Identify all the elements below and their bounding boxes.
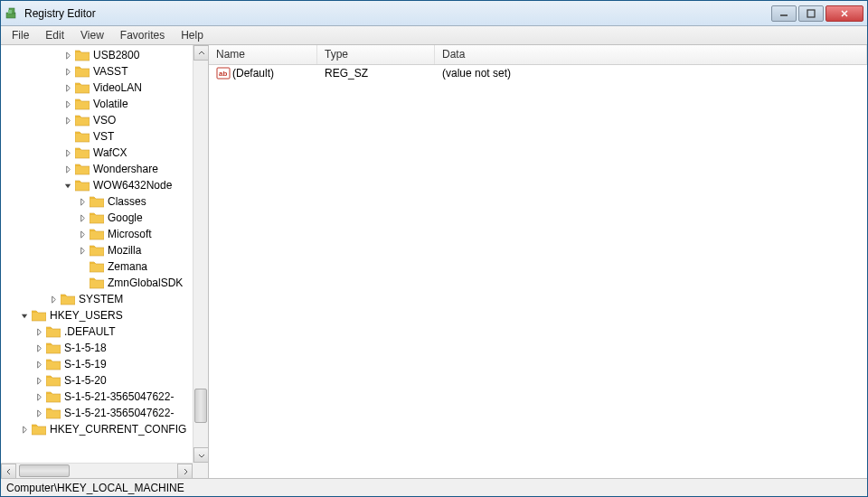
tree-node[interactable]: ZmnGlobalSDK [1, 275, 193, 291]
tree-node[interactable]: VST [1, 128, 193, 145]
tree-node-label: HKEY_CURRENT_CONFIG [50, 423, 186, 436]
statusbar: Computer\HKEY_LOCAL_MACHINE [1, 478, 867, 496]
tree-node-label: VST [93, 130, 114, 143]
folder-icon [46, 342, 61, 354]
tree-vertical-scrollbar[interactable] [193, 45, 208, 463]
expand-icon[interactable] [48, 294, 59, 305]
window-title: Registry Editor [24, 7, 771, 20]
tree-node[interactable]: VideoLAN [1, 80, 193, 96]
scroll-down-button[interactable] [193, 447, 208, 463]
expand-icon[interactable] [33, 342, 44, 353]
values-list[interactable]: (Default)REG_SZ(value not set) [209, 65, 867, 478]
tree-node[interactable]: WafCX [1, 145, 193, 161]
maximize-button[interactable] [798, 5, 824, 22]
menubar: File Edit View Favorites Help [1, 26, 867, 45]
collapse-icon[interactable] [19, 310, 30, 321]
tree-node[interactable]: HKEY_CURRENT_CONFIG [1, 421, 193, 437]
menu-view[interactable]: View [73, 27, 111, 43]
scrollbar-thumb[interactable] [194, 389, 207, 423]
tree-node-label: Volatile [93, 98, 128, 110]
expand-icon[interactable] [33, 391, 44, 402]
expand-icon[interactable] [33, 326, 44, 337]
tree-node[interactable]: Mozilla [1, 242, 193, 258]
titlebar[interactable]: Registry Editor [1, 1, 867, 26]
expand-icon[interactable] [77, 245, 88, 256]
tree-node[interactable]: Classes [1, 193, 193, 210]
folder-icon [46, 325, 61, 338]
tree-node[interactable]: Google [1, 210, 193, 226]
column-header-type[interactable]: Type [317, 45, 435, 64]
tree-node[interactable]: .DEFAULT [1, 324, 193, 340]
folder-icon [46, 390, 61, 403]
tree-node[interactable]: S-1-5-19 [1, 356, 193, 372]
value-type: REG_SZ [317, 67, 435, 80]
tree-horizontal-scrollbar[interactable] [1, 463, 193, 478]
expand-icon[interactable] [62, 50, 73, 61]
expand-icon[interactable] [33, 359, 44, 370]
folder-icon [75, 49, 90, 61]
expand-icon[interactable] [62, 98, 73, 109]
tree-node[interactable]: Wondershare [1, 161, 193, 177]
expand-icon[interactable] [19, 424, 30, 435]
tree-node[interactable]: WOW6432Node [1, 177, 193, 193]
expand-icon[interactable] [62, 115, 73, 126]
expand-icon[interactable] [62, 164, 73, 174]
tree-node-label: S-1-5-20 [64, 374, 107, 387]
column-header-data[interactable]: Data [435, 45, 867, 64]
tree-node[interactable]: HKEY_USERS [1, 307, 193, 324]
tree-node[interactable]: Zemana [1, 258, 193, 275]
minimize-button[interactable] [771, 5, 797, 22]
expand-icon[interactable] [33, 408, 44, 418]
registry-editor-window: Registry Editor File Edit View Favorites… [0, 0, 868, 497]
expand-icon[interactable] [77, 212, 88, 223]
expand-icon[interactable] [62, 82, 73, 93]
tree-node[interactable]: S-1-5-21-3565047622- [1, 405, 193, 421]
menu-edit[interactable]: Edit [38, 27, 71, 43]
scrollbar-thumb[interactable] [19, 464, 70, 477]
no-expand [77, 277, 88, 288]
scroll-up-button[interactable] [193, 45, 208, 61]
expand-icon[interactable] [77, 196, 88, 207]
folder-icon [75, 114, 90, 127]
expand-icon[interactable] [62, 66, 73, 77]
folder-icon [46, 374, 61, 387]
tree-node[interactable]: SYSTEM [1, 291, 193, 307]
folder-icon [61, 293, 75, 305]
scroll-right-button[interactable] [177, 464, 193, 478]
folder-icon [90, 211, 104, 224]
scroll-corner [193, 463, 208, 478]
folder-icon [46, 407, 61, 419]
column-header-name[interactable]: Name [209, 45, 317, 64]
tree-node-label: WOW6432Node [93, 179, 172, 192]
no-expand [62, 131, 73, 142]
tree-node-label: Google [108, 211, 143, 224]
folder-icon [32, 309, 46, 322]
tree-node[interactable]: VSO [1, 112, 193, 128]
menu-file[interactable]: File [5, 27, 36, 43]
expand-icon[interactable] [62, 147, 73, 158]
expand-icon[interactable] [77, 229, 88, 239]
close-button[interactable] [826, 5, 863, 22]
tree-node[interactable]: Volatile [1, 96, 193, 112]
value-row[interactable]: (Default)REG_SZ(value not set) [209, 65, 867, 81]
main-content: USB2800VASSTVideoLANVolatileVSOVSTWafCXW… [1, 45, 867, 478]
tree-node-label: S-1-5-21-3565047622- [64, 407, 174, 419]
expand-icon[interactable] [33, 375, 44, 386]
tree-node[interactable]: VASST [1, 63, 193, 80]
tree-node-label: Mozilla [108, 244, 141, 257]
tree-pane: USB2800VASSTVideoLANVolatileVSOVSTWafCXW… [1, 45, 209, 478]
scroll-left-button[interactable] [1, 464, 16, 478]
menu-favorites[interactable]: Favorites [113, 27, 172, 43]
tree-node[interactable]: S-1-5-18 [1, 340, 193, 356]
folder-icon [90, 260, 104, 273]
tree-node[interactable]: S-1-5-20 [1, 372, 193, 389]
tree-node[interactable]: Microsoft [1, 226, 193, 242]
registry-tree[interactable]: USB2800VASSTVideoLANVolatileVSOVSTWafCXW… [1, 45, 193, 439]
folder-icon [75, 146, 90, 159]
folder-icon [90, 195, 104, 208]
tree-node-label: S-1-5-21-3565047622- [64, 390, 174, 403]
menu-help[interactable]: Help [174, 27, 211, 43]
tree-node[interactable]: USB2800 [1, 47, 193, 63]
collapse-icon[interactable] [62, 180, 73, 191]
tree-node[interactable]: S-1-5-21-3565047622- [1, 389, 193, 405]
